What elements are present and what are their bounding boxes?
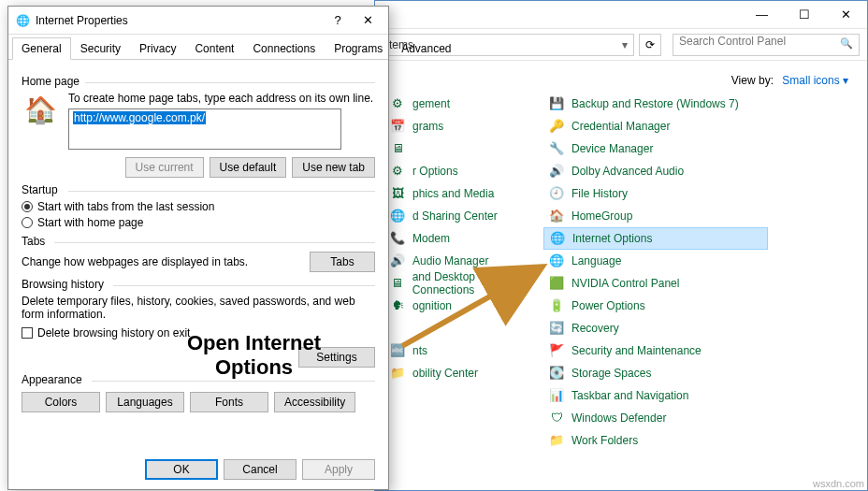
cp-item[interactable]: 🔤nts [384, 339, 543, 362]
cp-item[interactable]: 🔊Dolby Advanced Audio [543, 160, 768, 182]
tabs-button[interactable]: Tabs [310, 252, 375, 272]
cp-item-icon: 🔑 [549, 119, 564, 134]
cp-titlebar: — ☐ ✕ [375, 1, 867, 29]
dlg-title-text: Internet Properties [36, 14, 128, 27]
languages-button[interactable]: Languages [106, 392, 184, 412]
tab-programs[interactable]: Programs [325, 37, 392, 60]
startup-last-radio[interactable]: Start with tabs from the last session [22, 200, 375, 213]
ok-button[interactable]: OK [145, 459, 218, 480]
cp-item[interactable]: ⚙r Options [384, 160, 543, 182]
tab-general[interactable]: General [12, 37, 71, 60]
cancel-button[interactable]: Cancel [224, 459, 297, 480]
chevron-down-icon[interactable]: ▾ [622, 38, 628, 51]
cp-item-icon: 💽 [549, 366, 564, 381]
cp-item[interactable]: 💾Backup and Restore (Windows 7) [543, 93, 768, 115]
fonts-button[interactable]: Fonts [190, 392, 268, 412]
history-settings-button[interactable]: Settings [298, 347, 375, 368]
cp-item[interactable]: 🔑Credential Manager [543, 115, 768, 137]
cp-item[interactable]: 📁obility Center [384, 362, 543, 384]
dlg-footer: OK Cancel Apply [145, 459, 375, 480]
cp-item[interactable]: 🔄Recovery [543, 317, 768, 339]
cp-item-icon: 🔊 [390, 253, 405, 268]
cp-item[interactable]: 🌐Language [543, 250, 768, 272]
cp-item-label: r Options [412, 165, 458, 178]
startup-home-radio[interactable]: Start with home page [22, 216, 375, 229]
cp-item-label: Taskbar and Navigation [571, 389, 688, 402]
cp-item[interactable]: 🖼phics and Media [384, 182, 543, 205]
cp-item-icon: 🔄 [549, 321, 564, 336]
tab-privacy[interactable]: Privacy [130, 37, 185, 60]
cp-item[interactable]: 🖥 [384, 137, 543, 160]
cp-item[interactable]: 🔋Power Options [543, 295, 768, 317]
colors-button[interactable]: Colors [22, 392, 100, 412]
cp-item[interactable] [384, 317, 543, 339]
cp-search-input[interactable]: Search Control Panel [673, 34, 860, 56]
internet-icon: 🌐 [16, 14, 30, 27]
cp-item-label: grams [412, 120, 443, 133]
cp-item-label: Modem [412, 232, 450, 245]
use-newtab-button[interactable]: Use new tab [292, 157, 375, 178]
cp-item[interactable]: 📞Modem [384, 227, 543, 250]
apply-button[interactable]: Apply [302, 459, 375, 480]
cp-item-icon: 💾 [549, 96, 564, 111]
cp-item[interactable]: 🚩Security and Maintenance [543, 339, 768, 362]
cp-item[interactable]: 🏠HomeGroup [543, 205, 768, 227]
dlg-tabs: GeneralSecurityPrivacyContentConnections… [8, 36, 388, 60]
cp-item-label: d Sharing Center [412, 209, 498, 223]
cp-item[interactable]: ⚙gement [384, 93, 543, 115]
tab-connections[interactable]: Connections [243, 37, 325, 60]
cp-close-button[interactable]: ✕ [825, 1, 867, 28]
cp-item[interactable]: 🔊Audio Manager [384, 250, 543, 272]
tab-content[interactable]: Content [185, 37, 243, 60]
tabs-hint: Change how webpages are displayed in tab… [22, 255, 248, 268]
cp-item[interactable]: 🌐d Sharing Center [384, 205, 543, 227]
cp-viewby-dropdown[interactable]: Small icons ▾ [782, 74, 848, 87]
home-hint: To create home page tabs, type each addr… [68, 92, 375, 105]
cp-item-icon: 🏠 [549, 209, 564, 224]
startup-home-label: Start with home page [37, 216, 143, 229]
history-delete-checkbox[interactable]: Delete browsing history on exit [22, 326, 375, 339]
cp-item-icon: 📁 [549, 433, 564, 448]
cp-item-icon: 🟩 [549, 276, 564, 291]
cp-item[interactable]: 🟩NVIDIA Control Panel [543, 272, 768, 295]
cp-refresh-button[interactable]: ⟳ [639, 34, 661, 56]
cp-item[interactable]: 🌐Internet Options [543, 227, 768, 250]
radio-icon [22, 201, 33, 212]
internet-properties-dialog: 🌐 Internet Properties ? ✕ GeneralSecurit… [7, 6, 389, 490]
cp-item-label: ognition [412, 299, 452, 312]
tab-security[interactable]: Security [71, 37, 130, 60]
cp-item[interactable]: 📊Taskbar and Navigation [543, 384, 768, 407]
group-startup: Startup [22, 183, 375, 196]
cp-maximize-button[interactable]: ☐ [783, 1, 825, 28]
cp-viewby-label: View by: [731, 74, 774, 87]
home-url-input[interactable]: http://www.google.com.pk/ [68, 108, 341, 150]
cp-item-icon: 🔧 [549, 141, 564, 156]
tab-advanced[interactable]: Advanced [392, 37, 460, 60]
cp-item-icon: 🚩 [549, 343, 564, 358]
cp-item[interactable]: 🕘File History [543, 182, 768, 205]
accessibility-button[interactable]: Accessibility [274, 392, 355, 412]
group-appearance: Appearance [22, 373, 375, 386]
dlg-titlebar: 🌐 Internet Properties ? ✕ [8, 7, 388, 35]
use-default-button[interactable]: Use default [210, 157, 287, 178]
cp-item[interactable]: 🛡Windows Defender [543, 407, 768, 429]
cp-item-icon: 📊 [549, 388, 564, 403]
cp-minimize-button[interactable]: — [741, 1, 783, 28]
cp-item[interactable]: 🔧Device Manager [543, 137, 768, 160]
cp-item-icon: 🔋 [549, 298, 564, 313]
cp-item[interactable]: 💽Storage Spaces [543, 362, 768, 384]
dlg-close-button[interactable]: ✕ [353, 9, 383, 32]
cp-item[interactable]: 📁Work Folders [543, 429, 768, 452]
control-panel-window: — ☐ ✕ tems ▾ ⟳ Search Control Panel View… [374, 0, 868, 491]
cp-item[interactable]: 🖥and Desktop Connections [384, 272, 543, 295]
home-icon: 🏠 [22, 92, 59, 129]
cp-item[interactable]: 📅grams [384, 115, 543, 137]
cp-item-label: nts [412, 344, 427, 357]
cp-item-label: gement [412, 97, 450, 110]
cp-item-label: Recovery [571, 322, 619, 335]
cp-item[interactable]: 🗣ognition [384, 295, 543, 317]
use-current-button[interactable]: Use current [125, 157, 204, 178]
watermark: wsxdn.com [813, 478, 864, 489]
group-tabs-label: Tabs [22, 235, 45, 248]
dlg-help-button[interactable]: ? [323, 9, 353, 32]
